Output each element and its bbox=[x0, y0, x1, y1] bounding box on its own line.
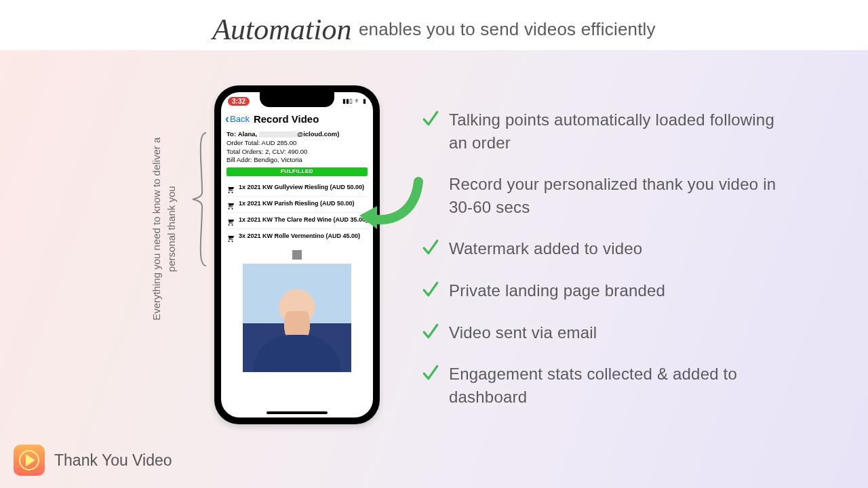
status-icons: ▮▮▯ ᯤ ▮ bbox=[342, 98, 366, 104]
order-item: 1x 2021 KW Gullyview Riesling (AUD 50.00… bbox=[225, 180, 369, 197]
order-item-text: 3x 2021 KW Rolle Vermentino (AUD 45.00) bbox=[239, 232, 360, 240]
stop-record-button[interactable] bbox=[292, 250, 302, 260]
to-domain: @icloud.com) bbox=[297, 130, 340, 138]
vertical-caption-wrap: Everything you need to know to deliver a… bbox=[144, 119, 184, 329]
feature-text: Talking points automatically loaded foll… bbox=[449, 108, 788, 154]
order-items: 1x 2021 KW Gullyview Riesling (AUD 50.00… bbox=[225, 180, 369, 245]
feature-item: Private landing page branded bbox=[422, 279, 788, 302]
feature-item: Engagement stats collected & added to da… bbox=[422, 363, 788, 408]
check-icon bbox=[422, 279, 439, 300]
check-icon bbox=[422, 108, 439, 129]
order-item-text: 1x 2021 KW Parish Riesling (AUD 50.00) bbox=[239, 200, 355, 207]
feature-item: Talking points automatically loaded foll… bbox=[422, 108, 788, 154]
cart-icon bbox=[226, 233, 235, 241]
home-indicator bbox=[267, 411, 328, 414]
order-item-text: 1x 2021 KW Gullyview Riesling (AUD 50.00… bbox=[239, 184, 364, 191]
brand-name: Thank You Video bbox=[54, 451, 172, 470]
wifi-icon: ᯤ bbox=[355, 98, 361, 104]
header-plain: enables you to send videos efficiently bbox=[359, 19, 656, 39]
feature-text: Watermark added to video bbox=[449, 237, 642, 260]
cart-icon bbox=[226, 184, 235, 192]
check-icon bbox=[422, 363, 439, 383]
vertical-caption: Everything you need to know to deliver a… bbox=[149, 127, 179, 331]
redacted-email bbox=[259, 131, 297, 138]
screen-content: To: Alana, @icloud.com) Order Total: AUD… bbox=[225, 130, 369, 408]
phone-screen: 3:32 ▮▮▯ ᯤ ▮ ‹ Back Record Video To: bbox=[221, 92, 373, 418]
chevron-left-icon: ‹ bbox=[225, 115, 229, 123]
meta-total-orders: Total Orders: 2, CLV: 490.00 bbox=[226, 148, 368, 157]
brand-footer: Thank You Video bbox=[14, 445, 172, 476]
feature-item: Record your personalized thank you video… bbox=[422, 173, 788, 218]
phone-mockup: 3:32 ▮▮▯ ᯤ ▮ ‹ Back Record Video To: bbox=[214, 85, 380, 424]
feature-item: Watermark added to video bbox=[422, 237, 788, 260]
feature-list: Talking points automatically loaded foll… bbox=[422, 108, 788, 427]
cart-icon bbox=[226, 201, 235, 209]
to-name: Alana, bbox=[238, 130, 258, 138]
feature-text: Engagement stats collected & added to da… bbox=[449, 363, 788, 408]
main-canvas: Everything you need to know to deliver a… bbox=[0, 50, 868, 488]
order-item-text: 1x 2021 KW The Clare Red Wine (AUD 35.00… bbox=[239, 216, 368, 224]
fulfilled-badge: FULFILLED bbox=[226, 167, 368, 176]
feature-text: Video sent via email bbox=[449, 321, 597, 344]
signal-icon: ▮▮▯ bbox=[342, 98, 353, 104]
feature-item: Video sent via email bbox=[422, 321, 788, 344]
arrow-icon bbox=[354, 176, 429, 237]
brand-icon bbox=[14, 445, 45, 476]
page-header: Automation enables you to send videos ef… bbox=[0, 0, 868, 50]
back-label: Back bbox=[230, 114, 250, 124]
order-item: 3x 2021 KW Rolle Vermentino (AUD 45.00) bbox=[225, 229, 369, 245]
status-time: 3:32 bbox=[228, 97, 250, 106]
meta-bill-addr: Bill Addr: Bendigo, Victoria bbox=[226, 156, 368, 165]
order-item: 1x 2021 KW The Clare Red Wine (AUD 35.00… bbox=[225, 213, 369, 229]
order-item: 1x 2021 KW Parish Riesling (AUD 50.00) bbox=[225, 197, 369, 213]
header-script: Automation bbox=[212, 13, 351, 46]
cart-icon bbox=[226, 217, 235, 225]
order-meta: To: Alana, @icloud.com) Order Total: AUD… bbox=[225, 130, 369, 176]
to-label: To: bbox=[226, 130, 236, 138]
check-icon bbox=[422, 321, 439, 342]
brace-icon bbox=[190, 131, 210, 267]
feature-text: Record your personalized thank you video… bbox=[449, 173, 788, 218]
video-preview bbox=[243, 264, 351, 372]
feature-text: Private landing page branded bbox=[449, 279, 665, 302]
nav-bar: ‹ Back Record Video bbox=[221, 110, 373, 127]
meta-order-total: Order Total: AUD 285.00 bbox=[226, 139, 368, 148]
check-icon bbox=[422, 237, 439, 258]
battery-icon: ▮ bbox=[363, 98, 366, 104]
phone-notch bbox=[260, 92, 334, 107]
screen-title: Record Video bbox=[254, 113, 319, 125]
back-button[interactable]: ‹ Back bbox=[225, 114, 250, 124]
play-icon bbox=[19, 450, 39, 470]
